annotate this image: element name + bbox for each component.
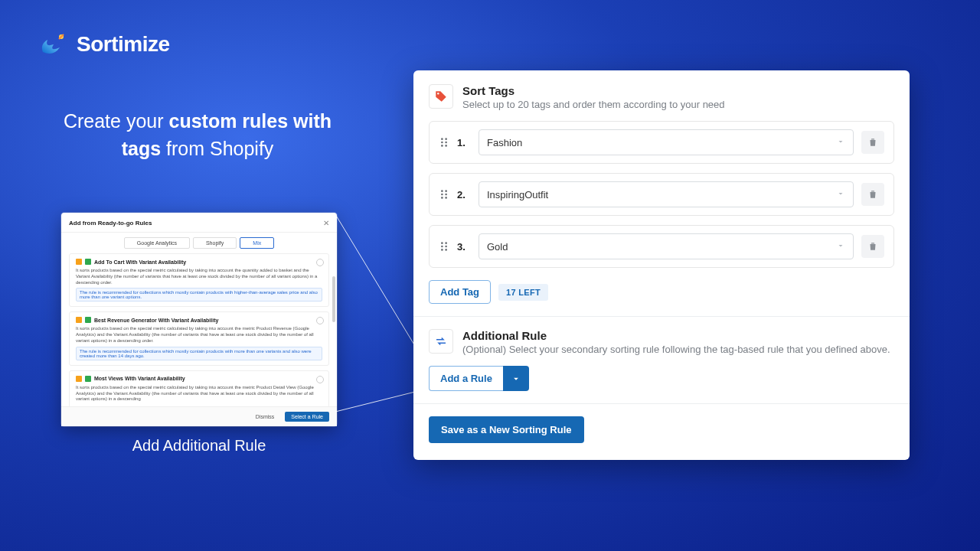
additional-rule-icon (429, 329, 453, 354)
svg-point-21 (445, 249, 447, 251)
chevron-down-icon (836, 241, 845, 253)
dismiss-button[interactable]: Dismiss (250, 412, 281, 422)
rule-desc: It sorts products based on the special m… (76, 326, 322, 344)
sort-tags-subtitle: Select up to 20 tags and order them acco… (462, 99, 725, 110)
tag-value: InspiringOutfit (487, 189, 548, 201)
scrollbar[interactable] (332, 276, 335, 322)
ready-rule-card[interactable]: Add To Cart With Variant Availability It… (69, 253, 329, 307)
svg-line-2 (335, 392, 415, 412)
preview-caption: Add Additional Rule (61, 437, 337, 455)
select-rule-button[interactable]: Select a Rule (285, 412, 329, 422)
ready-rule-card[interactable]: Most Views With Variant Availability It … (69, 370, 329, 406)
headline-post: from Shopify (161, 138, 273, 159)
radio-icon[interactable] (316, 259, 324, 266)
additional-rule-title: Additional Rule (462, 329, 890, 342)
svg-point-15 (445, 197, 447, 199)
tag-value: Gold (487, 241, 508, 253)
divider (413, 403, 910, 404)
preview-title: Add from Ready-to-go Rules (69, 220, 152, 227)
tags-left-badge: 17 LEFT (498, 284, 548, 301)
tag-index: 1. (457, 137, 471, 148)
drag-handle-icon[interactable] (439, 241, 449, 252)
svg-point-7 (445, 142, 447, 144)
tab-google-analytics[interactable]: Google Analytics (124, 237, 190, 249)
radio-icon[interactable] (316, 376, 324, 383)
drag-handle-icon[interactable] (439, 189, 449, 200)
headline-pre: Create your (64, 110, 169, 132)
drag-handle-icon[interactable] (439, 137, 449, 148)
tag-value: Fashion (487, 137, 522, 148)
brand-logo: Sortimize (38, 29, 170, 60)
tag-select[interactable]: Fashion (479, 129, 854, 155)
tag-select[interactable]: Gold (479, 233, 854, 259)
svg-point-13 (445, 194, 447, 196)
analytics-icon (76, 376, 82, 382)
rule-title: Most Views With Variant Availability (94, 376, 185, 381)
svg-point-4 (441, 138, 443, 140)
sort-tags-title: Sort Tags (462, 84, 725, 97)
svg-point-14 (441, 197, 443, 199)
svg-point-10 (441, 190, 443, 192)
tab-mix[interactable]: Mix (240, 237, 274, 249)
svg-point-12 (441, 194, 443, 196)
shopify-icon (85, 317, 91, 323)
add-tag-button[interactable]: Add Tag (429, 280, 491, 304)
rule-note: The rule is recommended for collections … (76, 288, 322, 302)
ready-rules-modal-preview: Add from Ready-to-go Rules ✕ Google Anal… (61, 213, 337, 426)
brand-mark-icon (38, 29, 69, 60)
brand-name: Sortimize (77, 32, 170, 57)
add-rule-dropdown-button[interactable] (503, 366, 529, 391)
delete-tag-button[interactable] (861, 183, 884, 206)
ready-rule-card[interactable]: Best Revenue Generator With Variant Avai… (69, 311, 329, 365)
svg-point-5 (445, 138, 447, 140)
save-sorting-rule-button[interactable]: Save as a New Sorting Rule (429, 416, 584, 443)
tag-row: 1. Fashion (429, 121, 894, 164)
analytics-icon (76, 317, 82, 323)
svg-point-16 (441, 242, 443, 244)
tag-select[interactable]: InspiringOutfit (479, 181, 854, 207)
rule-title: Best Revenue Generator With Variant Avai… (94, 318, 218, 323)
rule-desc: It sorts products based on the special m… (76, 385, 322, 403)
svg-line-1 (335, 214, 415, 346)
chevron-down-icon (836, 189, 845, 201)
sort-tags-icon (429, 84, 453, 109)
svg-point-6 (441, 142, 443, 144)
rule-title: Add To Cart With Variant Availability (94, 259, 186, 265)
tab-shopify[interactable]: Shopify (193, 237, 237, 249)
svg-point-8 (441, 145, 443, 147)
shopify-icon (85, 259, 91, 265)
svg-point-20 (441, 249, 443, 251)
svg-point-18 (441, 246, 443, 248)
add-rule-button[interactable]: Add a Rule (429, 366, 503, 391)
shopify-icon (85, 376, 91, 382)
svg-point-17 (445, 242, 447, 244)
tag-row: 2. InspiringOutfit (429, 173, 894, 216)
svg-point-19 (445, 246, 447, 248)
tag-row: 3. Gold (429, 225, 894, 268)
svg-point-11 (445, 190, 447, 192)
preview-tabs: Google Analytics Shopify Mix (61, 233, 337, 253)
sort-tags-panel: Sort Tags Select up to 20 tags and order… (413, 70, 910, 460)
delete-tag-button[interactable] (861, 235, 884, 258)
delete-tag-button[interactable] (861, 131, 884, 154)
svg-point-9 (445, 145, 447, 147)
marketing-headline: Create your custom rules with tags from … (44, 107, 351, 163)
tag-index: 2. (457, 189, 471, 201)
svg-point-3 (437, 93, 439, 94)
tag-index: 3. (457, 241, 471, 253)
close-icon[interactable]: ✕ (323, 219, 329, 227)
rule-desc: It sorts products based on the special m… (76, 268, 322, 285)
analytics-icon (76, 259, 82, 265)
additional-rule-subtitle: (Optional) Select your secondary sorting… (462, 344, 890, 355)
divider (413, 316, 910, 317)
chevron-down-icon (836, 137, 845, 148)
rule-note: The rule is recommended for collections … (76, 347, 322, 360)
radio-icon[interactable] (316, 317, 324, 324)
